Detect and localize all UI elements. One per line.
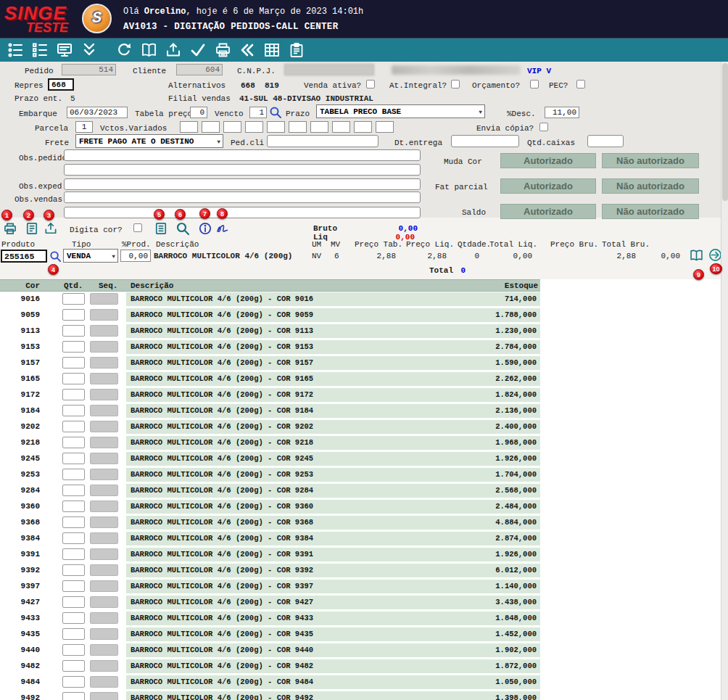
order-notes-icon[interactable] — [25, 221, 39, 236]
estoque-cell: 2.400,000 — [495, 422, 537, 431]
desc-pct-field[interactable] — [545, 107, 579, 118]
qtd-input[interactable] — [62, 501, 85, 512]
qtd-input[interactable] — [62, 644, 85, 656]
muda-cor-autorizado-button[interactable]: Autorizado — [500, 153, 596, 168]
qtd-input[interactable] — [62, 532, 85, 544]
refresh-icon[interactable] — [115, 41, 133, 59]
dt-entrega-field[interactable] — [451, 135, 519, 147]
vcto-field-10[interactable] — [376, 121, 394, 133]
detail-list-icon[interactable] — [30, 41, 49, 59]
clipboard-icon[interactable] — [287, 41, 306, 59]
export-order-icon[interactable] — [44, 221, 58, 236]
qtd-input[interactable] — [62, 612, 85, 624]
qtd-input[interactable] — [62, 485, 85, 496]
monitor-icon[interactable] — [55, 41, 74, 59]
tipo-select[interactable]: VENDA▼ — [63, 249, 118, 263]
frete-select[interactable]: FRETE PAGO ATE O DESTINO▼ — [75, 134, 223, 148]
qtd-input[interactable] — [62, 628, 85, 640]
obs-pedido-field-2[interactable] — [64, 164, 421, 176]
ped-cli-field[interactable] — [267, 135, 379, 147]
pec-checkbox[interactable] — [576, 80, 585, 88]
muda-cor-nao-autorizado-button[interactable]: Não autorizado — [602, 153, 699, 168]
signature-icon[interactable] — [216, 222, 229, 235]
product-doc-icon[interactable] — [154, 221, 168, 236]
qtd-input[interactable] — [62, 357, 85, 368]
info-icon[interactable] — [199, 222, 212, 235]
qtd-input[interactable] — [62, 516, 85, 528]
vcto-field-7[interactable] — [310, 121, 328, 133]
qtd-input[interactable] — [62, 453, 85, 464]
obs-extra-field[interactable] — [64, 207, 421, 218]
grid-icon[interactable] — [262, 41, 281, 59]
qtd-input[interactable] — [62, 692, 85, 700]
printer-icon[interactable] — [213, 41, 232, 59]
qtd-input[interactable] — [62, 405, 85, 416]
obs-exped-label: Obs.exped. — [19, 182, 67, 191]
obs-pedido-field-1[interactable] — [64, 149, 421, 161]
embarque-field[interactable] — [67, 107, 128, 118]
saldo-nao-autorizado-button[interactable]: Não autorizado — [602, 204, 699, 219]
qtd-input[interactable] — [62, 341, 85, 353]
vcto-field-3[interactable] — [223, 121, 241, 133]
qtd-input[interactable] — [62, 309, 85, 321]
repres-field[interactable] — [48, 78, 74, 91]
qtd-input[interactable] — [62, 421, 85, 432]
vcto-field-8[interactable] — [332, 121, 350, 133]
vcto-field-6[interactable] — [289, 121, 307, 133]
singe-logo-icon: S — [82, 4, 112, 33]
digita-cor-checkbox[interactable] — [133, 223, 142, 232]
qtd-input[interactable] — [62, 373, 85, 384]
double-chevron-left-icon[interactable] — [238, 41, 257, 59]
print-order-icon[interactable] — [3, 221, 17, 236]
check-icon[interactable] — [189, 41, 207, 59]
fat-parcial-nao-autorizado-button[interactable]: Não autorizado — [602, 178, 699, 194]
double-chevron-down-icon[interactable] — [80, 41, 99, 59]
produto-field[interactable] — [1, 250, 47, 263]
qtd-input[interactable] — [62, 676, 85, 688]
prod-pct-field[interactable] — [120, 250, 151, 262]
vcto-field-4[interactable] — [245, 121, 263, 133]
vcto-field-9[interactable] — [354, 121, 372, 133]
parcela-field[interactable] — [75, 121, 93, 133]
vcto-field-2[interactable] — [202, 121, 220, 133]
fat-parcial-autorizado-button[interactable]: Autorizado — [500, 178, 596, 194]
qtd-input[interactable] — [62, 469, 85, 480]
tabela-preco-field[interactable] — [190, 107, 207, 118]
frete-label: Frete — [45, 139, 69, 147]
upload-icon[interactable] — [164, 41, 183, 59]
prazo-select[interactable]: TABELA PRECO BASE▼ — [316, 104, 485, 118]
saldo-autorizado-button[interactable]: Autorizado — [500, 204, 596, 219]
qtd-input[interactable] — [62, 437, 85, 448]
qtd-input[interactable] — [62, 325, 85, 337]
book-icon[interactable] — [139, 41, 158, 59]
qtd-input[interactable] — [62, 389, 85, 400]
vencto-search-icon[interactable] — [269, 106, 282, 119]
obs-exped-field[interactable] — [64, 178, 421, 190]
scrollbar-track[interactable] — [721, 62, 728, 700]
at-integral-checkbox[interactable] — [451, 80, 460, 88]
cor-cell: 9202 — [0, 422, 40, 431]
catalog-book-icon[interactable] — [689, 249, 704, 262]
venda-ativa-checkbox[interactable] — [366, 80, 375, 88]
produto-search-icon[interactable] — [49, 250, 62, 263]
qtd-input[interactable] — [62, 564, 85, 576]
table-row: 9157BARROCO MULTICOLOR 4/6 (200g) - COR … — [0, 356, 540, 372]
orcamento-checkbox[interactable] — [530, 80, 539, 88]
envia-copia-checkbox[interactable] — [539, 123, 548, 131]
table-row: 9391BARROCO MULTICOLOR 4/6 (200g) - COR … — [0, 548, 540, 564]
screen-title: AV1013 - DIGITAÇÃO PEDIDOS-CALL CENTER — [123, 22, 338, 32]
vcto-field-5[interactable] — [267, 121, 285, 133]
vcto-field-1[interactable] — [180, 121, 198, 133]
qtd-input[interactable] — [62, 660, 85, 672]
qtd-input[interactable] — [62, 548, 85, 560]
qtd-caixas-field[interactable] — [587, 135, 624, 147]
qtd-input[interactable] — [62, 293, 85, 305]
row-band: BARROCO MULTICOLOR 4/6 (200g) - COR 9184… — [126, 404, 540, 418]
obs-vendas-field[interactable] — [64, 192, 421, 203]
order-list-icon[interactable] — [6, 41, 25, 59]
qtd-input[interactable] — [62, 580, 85, 592]
qtd-input[interactable] — [62, 596, 85, 608]
vencto-field[interactable] — [249, 107, 267, 118]
product-search-icon[interactable] — [175, 221, 190, 236]
scrollbar-thumb[interactable] — [722, 63, 728, 201]
